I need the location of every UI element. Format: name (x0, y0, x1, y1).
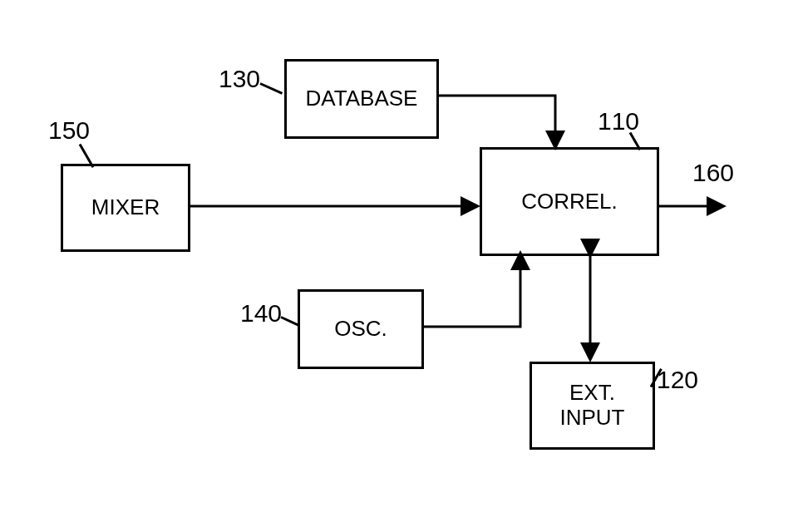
block-mixer: MIXER (61, 164, 190, 252)
ref-osc: 140 (240, 299, 282, 328)
lead-140 (280, 316, 298, 326)
ref-mixer: 150 (48, 116, 90, 145)
ref-ext-input: 120 (657, 366, 698, 394)
block-database-label: DATABASE (306, 86, 418, 111)
block-correl: CORREL. (480, 147, 659, 256)
arrow-osc-to-correl (421, 254, 520, 327)
arrow-database-to-correl (436, 96, 555, 147)
block-correl-label: CORREL. (521, 190, 618, 214)
block-database: DATABASE (284, 59, 439, 139)
block-mixer-label: MIXER (91, 195, 160, 220)
ref-output: 160 (692, 159, 734, 187)
ref-database: 130 (219, 65, 260, 93)
block-osc: OSC. (298, 289, 424, 369)
ref-correl: 110 (598, 107, 639, 135)
block-osc-label: OSC. (334, 317, 387, 342)
lead-130 (259, 82, 283, 95)
block-ext-input: EXT. INPUT (530, 362, 655, 450)
block-ext-input-label: EXT. INPUT (560, 381, 625, 431)
